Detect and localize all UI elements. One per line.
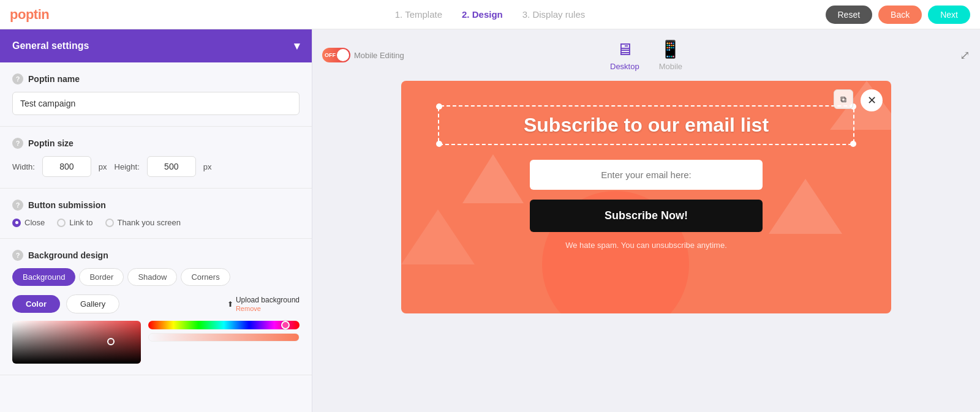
help-icon-background-design: ?	[12, 250, 23, 261]
panel-header-label: General settings	[12, 40, 89, 51]
topbar-actions: Reset Back Next	[826, 6, 971, 24]
section-button-submission: ? Button submission Close Link to Thank …	[0, 189, 312, 239]
section-background-design: ? Background design Background Border Sh…	[0, 239, 312, 375]
radio-thank-you[interactable]: Thank you screen	[105, 218, 181, 227]
back-button[interactable]: Back	[878, 6, 922, 24]
right-panel: OFF Mobile Editing 🖥 Desktop 📱 Mobile ⤢ …	[312, 29, 980, 412]
radio-link-to[interactable]: Link to	[57, 218, 92, 227]
popup-copy-button[interactable]: ⧉	[834, 89, 853, 109]
desktop-icon: 🖥	[616, 39, 633, 59]
size-row: Width: px Height: px	[12, 156, 300, 177]
height-input[interactable]	[147, 156, 196, 177]
radio-group-submission: Close Link to Thank you screen	[12, 218, 300, 227]
step-template[interactable]: 1. Template	[395, 9, 442, 20]
color-gallery-row: Color Gallery ⬆ Upload backgroundRemove	[12, 294, 300, 313]
popup-subscribe-button[interactable]: Subscribe Now!	[530, 200, 763, 232]
selection-handle-bl	[436, 141, 442, 147]
step-display-rules[interactable]: 3. Display rules	[522, 9, 586, 20]
radio-dot-close	[12, 219, 21, 227]
step-design[interactable]: 2. Design	[462, 9, 503, 20]
radio-dot-thank-you	[105, 219, 114, 227]
radio-dot-link-to	[57, 219, 66, 227]
help-icon-button-submission: ?	[12, 200, 23, 211]
logo: poptin	[10, 7, 49, 23]
color-sliders	[148, 321, 300, 342]
popup-title: Subscribe to our email list	[454, 114, 839, 137]
gallery-button[interactable]: Gallery	[66, 294, 119, 313]
radio-close[interactable]: Close	[12, 218, 45, 227]
popup-preview: ✕ ⧉ Subscribe to our email list Subscrib…	[401, 81, 891, 313]
help-icon-poptin-name: ?	[12, 73, 23, 84]
mobile-editing-toggle[interactable]: OFF	[322, 48, 350, 62]
hue-handle	[281, 321, 290, 329]
preview-toolbar: OFF Mobile Editing 🖥 Desktop 📱 Mobile ⤢	[322, 39, 970, 71]
expand-icon[interactable]: ⤢	[960, 48, 970, 62]
height-label: Height:	[115, 162, 140, 171]
mobile-editing-toggle-area: OFF Mobile Editing	[322, 48, 404, 62]
next-button[interactable]: Next	[928, 6, 970, 24]
width-label: Width:	[12, 162, 35, 171]
tab-mobile[interactable]: 📱 Mobile	[659, 39, 682, 71]
popup-disclaimer: We hate spam. You can unsubscribe anytim…	[565, 241, 727, 250]
mobile-editing-label: Mobile Editing	[354, 51, 404, 60]
section-label-poptin-size: ? Poptin size	[12, 138, 300, 149]
steps: 1. Template 2. Design 3. Display rules	[395, 9, 586, 20]
poptin-name-input[interactable]	[12, 92, 300, 115]
topbar: poptin 1. Template 2. Design 3. Display …	[0, 0, 980, 29]
popup-close-button[interactable]: ✕	[861, 89, 883, 111]
tab-desktop[interactable]: 🖥 Desktop	[610, 39, 639, 71]
panel-chevron-icon[interactable]: ▾	[294, 39, 300, 53]
remove-label[interactable]: Remove	[236, 305, 261, 312]
reset-button[interactable]: Reset	[826, 6, 873, 24]
desktop-label: Desktop	[610, 62, 639, 71]
section-label-background-design: ? Background design	[12, 250, 300, 261]
upload-background[interactable]: ⬆ Upload backgroundRemove	[227, 296, 300, 313]
toggle-knob	[337, 49, 349, 61]
toggle-off-label: OFF	[325, 52, 336, 58]
color-picker-area	[12, 321, 300, 364]
tab-border[interactable]: Border	[79, 268, 124, 286]
width-input[interactable]	[42, 156, 91, 177]
tab-corners[interactable]: Corners	[181, 268, 230, 286]
gradient-handle[interactable]	[107, 338, 115, 345]
height-unit: px	[203, 162, 212, 171]
tab-shadow[interactable]: Shadow	[127, 268, 177, 286]
bg-design-tabs: Background Border Shadow Corners	[12, 268, 300, 286]
left-panel: General settings ▾ ? Poptin name ? Popti…	[0, 29, 312, 412]
selection-handle-tl	[436, 103, 442, 110]
popup-title-wrapper[interactable]: Subscribe to our email list	[438, 105, 854, 145]
section-poptin-name: ? Poptin name	[0, 62, 312, 127]
mobile-icon: 📱	[660, 39, 681, 59]
popup-email-input[interactable]	[530, 160, 763, 190]
mobile-label: Mobile	[659, 62, 682, 71]
width-unit: px	[99, 162, 107, 171]
help-icon-poptin-size: ?	[12, 138, 23, 149]
panel-header: General settings ▾	[0, 29, 312, 62]
tab-background[interactable]: Background	[12, 268, 75, 286]
opacity-slider[interactable]	[148, 333, 300, 342]
color-button[interactable]: Color	[12, 295, 60, 313]
section-poptin-size: ? Poptin size Width: px Height: px	[0, 127, 312, 189]
device-tabs: 🖥 Desktop 📱 Mobile	[610, 39, 682, 71]
hue-slider[interactable]	[148, 321, 300, 329]
main-layout: General settings ▾ ? Poptin name ? Popti…	[0, 29, 980, 412]
section-label-poptin-name: ? Poptin name	[12, 73, 300, 84]
section-label-button-submission: ? Button submission	[12, 200, 300, 211]
color-gradient-box[interactable]	[12, 321, 141, 364]
selection-handle-br	[850, 141, 856, 147]
